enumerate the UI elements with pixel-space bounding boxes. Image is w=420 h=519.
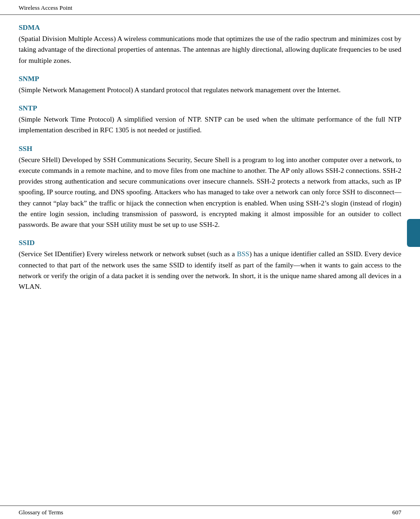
term-section-snmp: SNMP (Simple Network Management Protocol… xyxy=(19,75,401,96)
page-footer: Glossary of Terms 607 xyxy=(0,505,420,519)
term-body-sntp: (Simple Network Time Protocol) A simplif… xyxy=(19,114,401,136)
term-heading-snmp: SNMP xyxy=(19,75,401,83)
term-heading-sntp: SNTP xyxy=(19,104,401,112)
term-body-ssid: (Service Set IDentifier) Every wireless … xyxy=(19,249,401,292)
header-title: Wireless Access Point xyxy=(19,4,72,11)
page-container: Wireless Access Point SDMA (Spatial Divi… xyxy=(0,0,420,519)
term-section-ssid: SSID (Service Set IDentifier) Every wire… xyxy=(19,239,401,292)
term-body-snmp: (Simple Network Management Protocol) A s… xyxy=(19,85,401,96)
term-section-ssh: SSH (Secure SHell) Developed by SSH Comm… xyxy=(19,144,401,231)
ssid-body-before-link: (Service Set IDentifier) Every wireless … xyxy=(19,250,237,258)
bss-link[interactable]: BSS xyxy=(237,250,249,258)
page-header: Wireless Access Point xyxy=(0,0,420,15)
term-heading-ssh: SSH xyxy=(19,144,401,153)
footer-label: Glossary of Terms xyxy=(19,509,63,516)
term-heading-ssid: SSID xyxy=(19,239,401,247)
footer-page-number: 607 xyxy=(392,509,402,516)
term-section-sdma: SDMA (Spatial Division Multiple Access) … xyxy=(19,23,401,66)
term-body-ssh: (Secure SHell) Developed by SSH Communic… xyxy=(19,155,401,231)
term-body-sdma: (Spatial Division Multiple Access) A wir… xyxy=(19,34,401,66)
main-content: SDMA (Spatial Division Multiple Access) … xyxy=(0,15,420,328)
tab-indicator xyxy=(407,219,420,247)
term-heading-sdma: SDMA xyxy=(19,23,401,32)
term-section-sntp: SNTP (Simple Network Time Protocol) A si… xyxy=(19,104,401,136)
